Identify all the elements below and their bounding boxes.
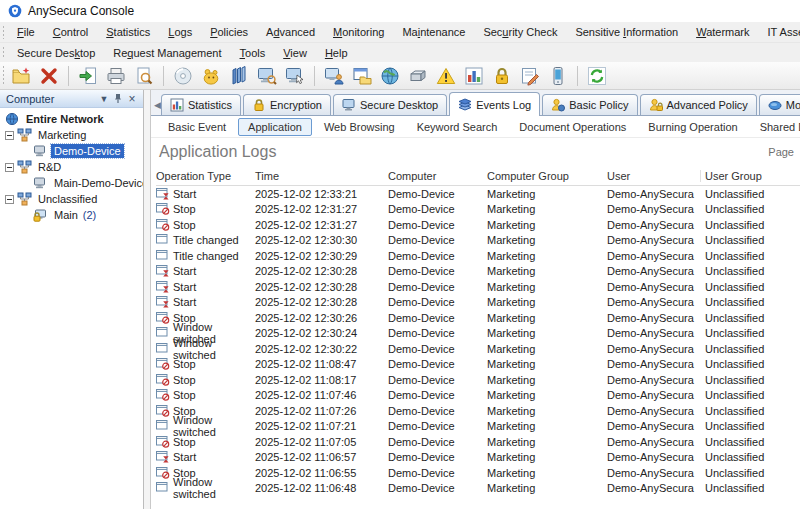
menu-item[interactable]: Monitoring [324,24,393,40]
table-row[interactable]: Start 2025-12-02 12:30:28 Demo-Device Ma… [156,264,800,280]
menu-item[interactable]: File [8,24,44,40]
table-row[interactable]: Start 2025-12-02 11:06:57 Demo-Device Ma… [156,450,800,466]
subtab[interactable]: Web Browsing [314,118,405,136]
subtab[interactable]: Document Operations [509,118,636,136]
menu-item[interactable]: Control [44,24,97,40]
table-row[interactable]: Stop 2025-12-02 12:31:27 Demo-Device Mar… [156,217,800,233]
tree-item-main-demo-device[interactable]: Main-Demo-Device [33,175,141,191]
table-row[interactable]: Start 2025-12-02 12:30:28 Demo-Device Ma… [156,279,800,295]
subtab[interactable]: Shared Document [750,118,800,136]
column-header-user[interactable]: User [607,170,705,182]
menu-item[interactable]: Request Management [104,45,230,61]
tree-label[interactable]: Main [51,208,81,222]
column-header-computer[interactable]: Computer [388,170,487,182]
monitor-search-icon[interactable] [254,64,280,88]
network-globe-icon[interactable] [377,64,403,88]
computer-user-icon[interactable] [321,64,347,88]
table-row[interactable]: Stop 2025-12-02 12:31:27 Demo-Device Mar… [156,202,800,218]
print-icon[interactable] [103,64,129,88]
tab-statistics[interactable]: Statistics [161,94,241,115]
toolbar-grip[interactable] [2,46,5,59]
column-header-operation-type[interactable]: Operation Type [156,170,255,182]
table-row[interactable]: Stop 2025-12-02 11:07:46 Demo-Device Mar… [156,388,800,404]
table-row[interactable]: Stop 2025-12-02 11:07:05 Demo-Device Mar… [156,434,800,450]
subtab[interactable]: Application [238,118,312,136]
tree-label[interactable]: Entire Network [23,112,107,126]
tree-item-main[interactable]: Main (2) [33,207,141,223]
table-row[interactable]: Window switched 2025-12-02 12:30:22 Demo… [156,341,800,357]
library-icon[interactable] [226,64,252,88]
tree-item-entire-network[interactable]: Entire Network [5,111,141,127]
menu-item[interactable]: IT Asset Management [759,24,800,40]
server-icon[interactable] [405,64,431,88]
preview-icon[interactable] [131,64,157,88]
table-row[interactable]: Window switched 2025-12-02 11:07:21 Demo… [156,419,800,435]
menu-item[interactable]: Statistics [97,24,159,40]
tab-encryption[interactable]: Encryption [243,94,331,115]
tree-label[interactable]: Unclassified [35,192,100,206]
menu-item[interactable]: Secure Desktop [8,45,104,61]
menu-item[interactable]: Logs [159,24,201,40]
tree-item-demo-device[interactable]: Demo-Device [33,143,141,159]
tree-item-unclassified[interactable]: Unclassified [5,191,141,207]
lock-icon[interactable] [489,64,515,88]
tree-label[interactable]: R&D [35,160,64,174]
menu-item[interactable]: Advanced [257,24,324,40]
tree-label[interactable]: Marketing [35,128,89,142]
menu-item[interactable]: View [274,45,316,61]
table-row[interactable]: Start 2025-12-02 12:33:21 Demo-Device Ma… [156,186,800,202]
table-row[interactable]: Stop 2025-12-02 11:08:17 Demo-Device Mar… [156,372,800,388]
tab-monitoring[interactable]: Monitoring [759,94,800,115]
window-folder-icon[interactable] [349,64,375,88]
menu-item[interactable]: Watermark [687,24,758,40]
column-header-user-group[interactable]: User Group [700,170,800,182]
panel-dropdown-icon[interactable]: ▼ [97,92,111,106]
column-header-time[interactable]: Time [255,170,388,182]
tab-label: Basic Policy [569,99,628,111]
subtab[interactable]: Keyword Search [407,118,508,136]
chart-report-icon[interactable] [461,64,487,88]
tab-basic-policy[interactable]: Basic Policy [542,94,637,115]
panel-pin-icon[interactable] [111,92,125,106]
tab-scroll-left-icon[interactable]: ◀ [154,95,161,115]
menu-item[interactable]: Help [316,45,357,61]
subtab[interactable]: Basic Event [158,118,236,136]
delete-icon[interactable] [36,64,62,88]
menu-item[interactable]: Tools [231,45,275,61]
tree-label[interactable]: Demo-Device [51,144,124,158]
panel-splitter[interactable] [144,90,151,509]
tree-collapse-icon[interactable] [5,131,14,140]
computer-panel: Computer ▼ × Entire Network Marketing De… [0,90,144,509]
export-icon[interactable] [75,64,101,88]
subtab[interactable]: Burning Operation [638,118,747,136]
panel-close-icon[interactable]: × [125,92,139,106]
remote-desktop-icon[interactable] [282,64,308,88]
note-edit-icon[interactable] [517,64,543,88]
tab-advanced-policy[interactable]: Advanced Policy [640,94,757,115]
table-row[interactable]: Title changed 2025-12-02 12:30:30 Demo-D… [156,233,800,249]
tab-events-log[interactable]: Events Log [449,92,540,116]
column-header-computer-group[interactable]: Computer Group [487,170,607,182]
assistant-icon[interactable] [198,64,224,88]
table-row[interactable]: Stop 2025-12-02 11:08:47 Demo-Device Mar… [156,357,800,373]
toolbar-grip[interactable] [2,65,5,86]
toolbar-grip[interactable] [2,25,5,39]
table-row[interactable]: Start 2025-12-02 12:30:28 Demo-Device Ma… [156,295,800,311]
menu-item[interactable]: Policies [201,24,257,40]
menu-item[interactable]: Maintenance [393,24,474,40]
tree-item-marketing[interactable]: Marketing [5,127,141,143]
mobile-device-icon[interactable] [545,64,571,88]
refresh-icon[interactable] [584,64,610,88]
tab-secure-desktop[interactable]: Secure Desktop [333,94,447,115]
tree-item-rnd[interactable]: R&D [5,159,141,175]
menu-item[interactable]: Security Check [474,24,566,40]
warning-icon[interactable] [433,64,459,88]
tree-collapse-icon[interactable] [5,195,14,204]
new-folder-icon[interactable] [8,64,34,88]
tree-label[interactable]: Main-Demo-Device [51,176,143,190]
menu-item[interactable]: Sensitive Information [566,24,687,40]
disc-icon[interactable] [170,64,196,88]
table-row[interactable]: Window switched 2025-12-02 11:06:48 Demo… [156,481,800,497]
tree-collapse-icon[interactable] [5,163,14,172]
table-row[interactable]: Title changed 2025-12-02 12:30:29 Demo-D… [156,248,800,264]
